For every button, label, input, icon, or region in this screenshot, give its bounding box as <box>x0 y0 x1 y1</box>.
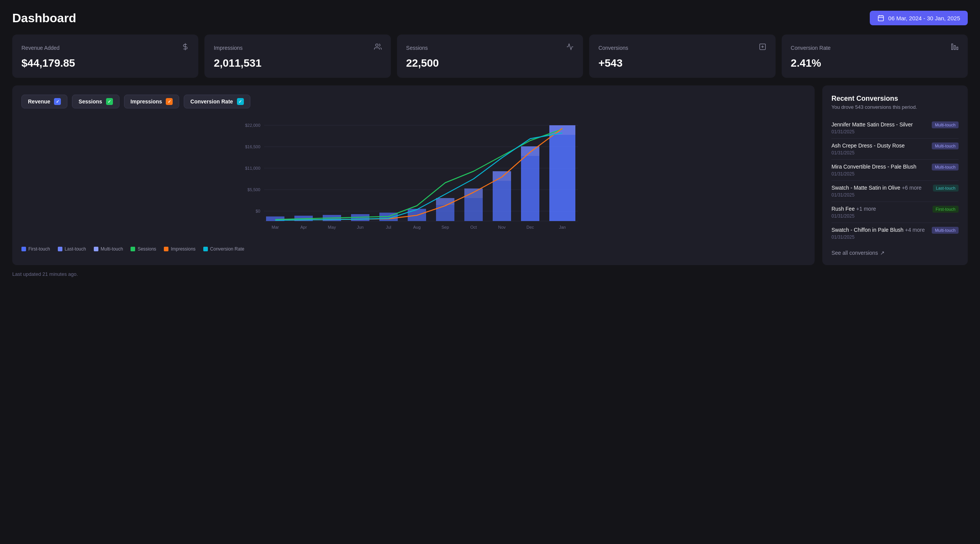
legend-dot <box>94 247 98 251</box>
svg-rect-0 <box>879 16 884 21</box>
metric-value-revenue: $44,179.85 <box>21 57 189 69</box>
legend-item: Impressions <box>164 246 196 252</box>
legend-dot <box>21 247 26 251</box>
filter-chip-revenue[interactable]: Revenue ✓ <box>21 95 67 108</box>
chart-filters: Revenue ✓ Sessions ✓ Impressions ✓ Conve… <box>21 95 805 108</box>
filter-label-conversion_rate: Conversion Rate <box>190 98 233 105</box>
metric-icon-revenue <box>181 43 189 52</box>
conversion-name: Swatch - Chiffon in Pale Blush +4 more <box>831 227 929 233</box>
legend-dot <box>131 247 135 251</box>
metric-icon-conversion_rate <box>951 43 959 52</box>
chart-svg: $22,000 $16,500 $11,000 $5,500 $0 <box>21 118 805 240</box>
legend-dot <box>203 247 208 251</box>
see-all-conversions-link[interactable]: See all conversions ↗ <box>831 250 959 256</box>
svg-rect-37 <box>549 135 575 221</box>
svg-text:Aug: Aug <box>413 225 421 229</box>
svg-text:Sep: Sep <box>441 225 449 229</box>
chart-legend: First-touch Last-touch Multi-touch Sessi… <box>21 246 805 252</box>
filter-checkbox-impressions: ✓ <box>166 98 173 105</box>
svg-text:$22,000: $22,000 <box>245 123 260 128</box>
metric-header-revenue: Revenue Added <box>21 43 189 52</box>
conversion-badge: Multi-touch <box>932 143 959 149</box>
conversion-badge: Multi-touch <box>932 164 959 170</box>
metric-card-revenue: Revenue Added $44,179.85 <box>12 34 198 78</box>
svg-rect-10 <box>954 46 955 50</box>
conversion-date: 01/31/2025 <box>831 234 959 240</box>
conversion-name: Ash Crepe Dress - Dusty Rose <box>831 143 929 149</box>
conversion-top: Mira Convertible Dress - Pale Blush Mult… <box>831 164 959 170</box>
date-range-button[interactable]: 06 Mar, 2024 - 30 Jan, 2025 <box>870 11 968 25</box>
filter-label-sessions: Sessions <box>78 98 102 105</box>
conversion-badge: Last-touch <box>933 185 959 192</box>
page-title: Dashboard <box>12 11 76 25</box>
svg-text:$11,000: $11,000 <box>245 166 260 170</box>
conversion-top: Rush Fee +1 more First-touch <box>831 206 959 213</box>
conversion-item: Jennifer Matte Satin Dress - Silver Mult… <box>831 118 959 139</box>
legend-label: Impressions <box>171 246 196 252</box>
external-link-icon: ↗ <box>880 250 885 256</box>
conversion-date: 01/31/2025 <box>831 150 959 156</box>
legend-dot <box>164 247 168 251</box>
metric-card-conversions: Conversions +543 <box>589 34 775 78</box>
conversions-subtitle: You drove 543 conversions this period. <box>831 104 959 110</box>
svg-rect-35 <box>521 156 539 221</box>
conversion-badge: Multi-touch <box>932 121 959 128</box>
conversion-name: Mira Convertible Dress - Pale Blush <box>831 164 929 170</box>
filter-checkbox-sessions: ✓ <box>106 98 113 105</box>
conversion-item: Mira Convertible Dress - Pale Blush Mult… <box>831 160 959 181</box>
svg-text:Nov: Nov <box>498 225 506 229</box>
legend-dot <box>58 247 62 251</box>
metric-icon-conversions <box>759 43 766 52</box>
conversion-badge: First-touch <box>933 206 959 213</box>
svg-rect-9 <box>952 44 953 50</box>
metric-card-sessions: Sessions 22,500 <box>397 34 583 78</box>
filter-chip-conversion_rate[interactable]: Conversion Rate ✓ <box>184 95 250 108</box>
filter-checkbox-revenue: ✓ <box>54 98 61 105</box>
legend-label: Sessions <box>137 246 156 252</box>
date-range-label: 06 Mar, 2024 - 30 Jan, 2025 <box>888 15 960 21</box>
filter-label-revenue: Revenue <box>28 98 50 105</box>
svg-text:May: May <box>328 225 336 229</box>
main-content: Revenue ✓ Sessions ✓ Impressions ✓ Conve… <box>12 85 968 265</box>
conversion-top: Ash Crepe Dress - Dusty Rose Multi-touch <box>831 143 959 149</box>
metric-value-conversions: +543 <box>598 57 766 69</box>
svg-rect-29 <box>436 205 454 221</box>
conversion-date: 01/31/2025 <box>831 171 959 177</box>
footer-status: Last updated 21 minutes ago. <box>12 271 968 277</box>
legend-label: First-touch <box>28 246 50 252</box>
svg-rect-33 <box>493 181 511 221</box>
metric-card-impressions: Impressions 2,011,531 <box>204 34 390 78</box>
legend-label: Last-touch <box>65 246 86 252</box>
svg-text:$16,500: $16,500 <box>245 144 260 149</box>
filter-chip-impressions[interactable]: Impressions ✓ <box>124 95 179 108</box>
metric-value-conversion_rate: 2.41% <box>791 57 959 69</box>
conversion-more: +1 more <box>856 206 876 212</box>
conversion-date: 01/31/2025 <box>831 129 959 134</box>
metric-header-impressions: Impressions <box>214 43 381 52</box>
svg-rect-30 <box>436 198 454 205</box>
chart-panel: Revenue ✓ Sessions ✓ Impressions ✓ Conve… <box>12 85 815 265</box>
svg-text:Apr: Apr <box>300 225 307 229</box>
filter-chip-sessions[interactable]: Sessions ✓ <box>72 95 119 108</box>
legend-item: First-touch <box>21 246 50 252</box>
metrics-row: Revenue Added $44,179.85 Impressions 2,0… <box>12 34 968 78</box>
conversion-item: Swatch - Chiffon in Pale Blush +4 more M… <box>831 223 959 244</box>
conversion-date: 01/31/2025 <box>831 213 959 219</box>
conversion-date: 01/31/2025 <box>831 192 959 198</box>
conversion-top: Jennifer Matte Satin Dress - Silver Mult… <box>831 121 959 128</box>
metric-header-conversions: Conversions <box>598 43 766 52</box>
svg-text:$5,500: $5,500 <box>247 187 260 192</box>
conversion-more: +6 more <box>902 185 922 191</box>
conversion-item: Swatch - Matte Satin in Olive +6 more La… <box>831 181 959 202</box>
conversions-title: Recent Conversions <box>831 95 959 103</box>
legend-label: Multi-touch <box>101 246 123 252</box>
legend-item: Multi-touch <box>94 246 123 252</box>
conversion-name: Jennifer Matte Satin Dress - Silver <box>831 121 929 128</box>
svg-rect-32 <box>464 188 483 198</box>
calendar-icon <box>877 15 884 21</box>
conversion-name: Rush Fee +1 more <box>831 206 929 212</box>
metric-value-impressions: 2,011,531 <box>214 57 381 69</box>
metric-label-revenue: Revenue Added <box>21 45 60 51</box>
svg-text:$0: $0 <box>256 209 260 213</box>
svg-text:Jan: Jan <box>559 225 566 229</box>
